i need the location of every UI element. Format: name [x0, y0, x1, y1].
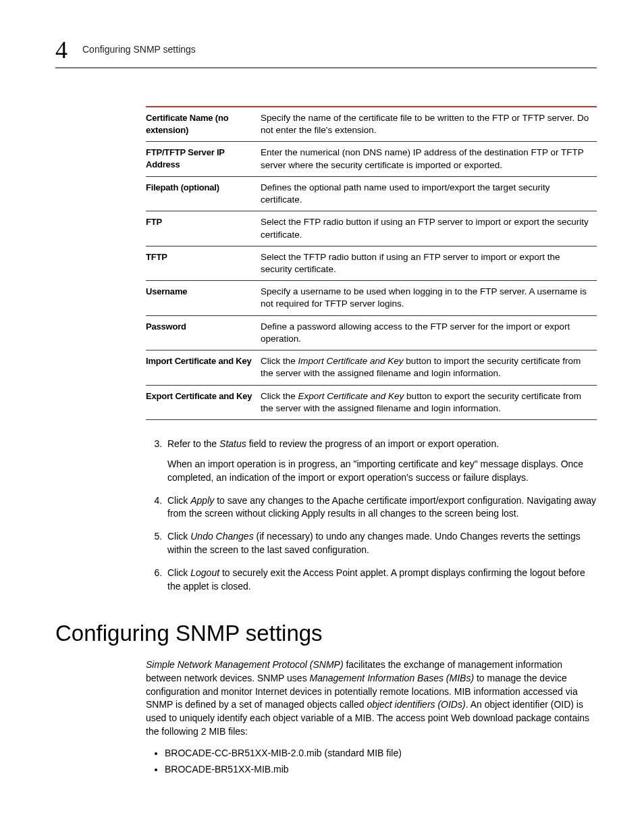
- field-desc: Define a password allowing access to the…: [261, 315, 597, 350]
- table-row: FTP Select the FTP radio button if using…: [146, 211, 597, 246]
- table-row: TFTP Select the TFTP radio button if usi…: [146, 246, 597, 280]
- section-body: Simple Network Management Protocol (SNMP…: [146, 658, 597, 777]
- section-heading: Configuring SNMP settings: [55, 621, 597, 646]
- field-desc: Select the TFTP radio button if using an…: [261, 246, 597, 280]
- field-name: Username: [146, 281, 261, 315]
- field-desc: Defines the optional path name used to i…: [261, 176, 597, 211]
- bullet-list: BROCADE-CC-BR51XX-MIB-2.0.mib (standard …: [146, 747, 597, 777]
- list-item: Click Apply to save any changes to the A…: [165, 494, 597, 521]
- table-row: Username Specify a username to be used w…: [146, 281, 597, 315]
- table-row: Import Certificate and Key Click the Imp…: [146, 350, 597, 385]
- chapter-number: 4: [55, 38, 68, 62]
- table-row: FTP/TFTP Server IP Address Enter the num…: [146, 142, 597, 176]
- page-header: 4 Configuring SNMP settings: [55, 38, 597, 62]
- running-title: Configuring SNMP settings: [82, 44, 196, 55]
- page: 4 Configuring SNMP settings Certificate …: [0, 0, 644, 820]
- list-item: Refer to the Status field to review the …: [165, 438, 597, 485]
- field-name: Export Certificate and Key: [146, 385, 261, 419]
- field-desc: Specify a username to be used when loggi…: [261, 281, 597, 315]
- field-desc: Enter the numerical (non DNS name) IP ad…: [261, 142, 597, 176]
- table-row: Password Define a password allowing acce…: [146, 315, 597, 350]
- field-desc: Click the Import Certificate and Key but…: [261, 350, 597, 385]
- list-item: Click Logout to securely exit the Access…: [165, 567, 597, 594]
- definition-table: Certificate Name (no extension) Specify …: [146, 106, 597, 420]
- field-name: FTP/TFTP Server IP Address: [146, 142, 261, 176]
- step-note: When an import operation is in progress,…: [167, 458, 597, 485]
- field-desc: Select the FTP radio button if using an …: [261, 211, 597, 246]
- list-item: BROCADE-BR51XX-MIB.mib: [165, 763, 597, 777]
- field-name: Certificate Name (no extension): [146, 107, 261, 142]
- field-name: TFTP: [146, 246, 261, 280]
- field-name: Password: [146, 315, 261, 350]
- field-name: Filepath (optional): [146, 176, 261, 211]
- header-rule: [55, 68, 597, 68]
- step-list: Refer to the Status field to review the …: [146, 438, 597, 594]
- field-name: FTP: [146, 211, 261, 246]
- table-row: Filepath (optional) Defines the optional…: [146, 176, 597, 211]
- list-item: Click Undo Changes (if necessary) to und…: [165, 530, 597, 557]
- field-desc: Click the Export Certificate and Key but…: [261, 385, 597, 419]
- paragraph: Simple Network Management Protocol (SNMP…: [146, 658, 597, 739]
- field-name: Import Certificate and Key: [146, 350, 261, 385]
- table-row: Export Certificate and Key Click the Exp…: [146, 385, 597, 419]
- table-row: Certificate Name (no extension) Specify …: [146, 107, 597, 142]
- list-item: BROCADE-CC-BR51XX-MIB-2.0.mib (standard …: [165, 747, 597, 760]
- field-desc: Specify the name of the certificate file…: [261, 107, 597, 142]
